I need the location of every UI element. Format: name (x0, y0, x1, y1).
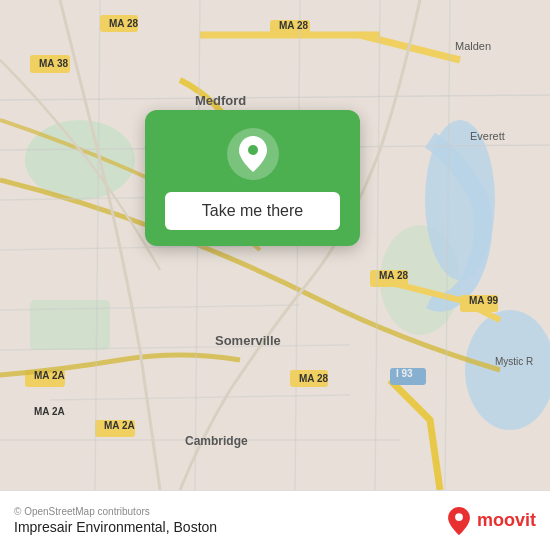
svg-text:Cambridge: Cambridge (185, 434, 248, 448)
svg-text:MA 2A: MA 2A (34, 370, 65, 381)
location-pin-icon (238, 136, 268, 172)
svg-text:Mystic R: Mystic R (495, 356, 533, 367)
svg-text:Somerville: Somerville (215, 333, 281, 348)
svg-text:MA 28: MA 28 (299, 373, 329, 384)
pin-icon-wrapper (227, 128, 279, 180)
svg-point-31 (248, 145, 258, 155)
moovit-brand-text: moovit (477, 510, 536, 531)
svg-text:Malden: Malden (455, 40, 491, 52)
take-me-there-button[interactable]: Take me there (165, 192, 340, 230)
svg-text:MA 28: MA 28 (109, 18, 139, 29)
svg-point-1 (25, 120, 135, 200)
svg-text:I 93: I 93 (396, 368, 413, 379)
svg-text:MA 28: MA 28 (279, 20, 309, 31)
bottom-bar: © OpenStreetMap contributors Impresair E… (0, 490, 550, 550)
svg-text:Everett: Everett (470, 130, 505, 142)
svg-rect-3 (30, 300, 110, 350)
map-container: Medford Malden Everett Somerville Cambri… (0, 0, 550, 490)
svg-text:Medford: Medford (195, 93, 246, 108)
location-name: Impresair Environmental, Boston (14, 519, 217, 535)
moovit-brand-icon (445, 507, 473, 535)
svg-point-32 (455, 513, 463, 521)
moovit-logo: moovit (445, 507, 536, 535)
svg-text:MA 2A: MA 2A (34, 406, 65, 417)
svg-text:MA 38: MA 38 (39, 58, 69, 69)
svg-text:MA 2A: MA 2A (104, 420, 135, 431)
copyright-text: © OpenStreetMap contributors (14, 506, 217, 517)
location-card: Take me there (145, 110, 360, 246)
svg-text:MA 28: MA 28 (379, 270, 409, 281)
bottom-left: © OpenStreetMap contributors Impresair E… (14, 506, 217, 535)
svg-text:MA 99: MA 99 (469, 295, 499, 306)
